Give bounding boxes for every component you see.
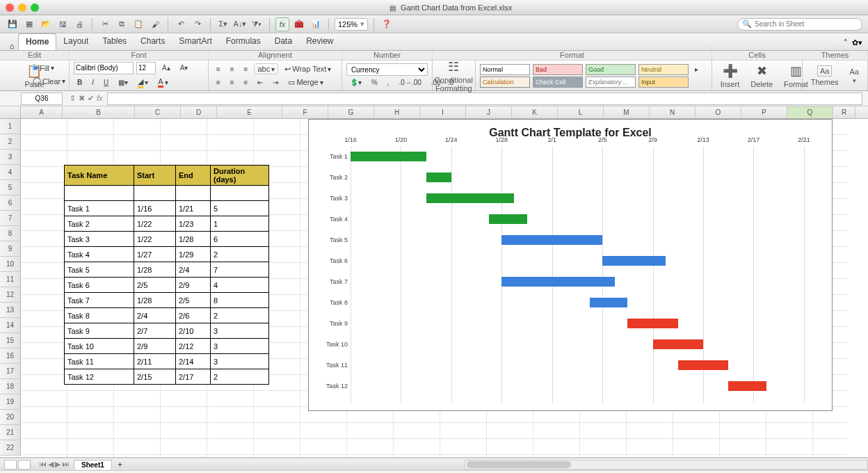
table-row[interactable]: Task 11/161/215 (65, 201, 269, 216)
row-header-19[interactable]: 19 (0, 394, 20, 410)
italic-button[interactable]: I (88, 77, 97, 88)
format-painter-icon[interactable]: 🖌 (148, 17, 162, 31)
column-header-L[interactable]: L (558, 106, 604, 118)
align-top-icon[interactable]: ≡ (213, 64, 224, 74)
column-header-P[interactable]: P (741, 106, 787, 118)
table-row[interactable]: Task 102/92/123 (65, 339, 269, 354)
column-header-R[interactable]: R (833, 106, 855, 118)
zoom-window-button[interactable] (31, 3, 39, 12)
gantt-bar[interactable] (426, 173, 451, 182)
table-cell[interactable]: 8 (211, 293, 269, 308)
table-cell[interactable]: 2/6 (176, 308, 211, 323)
row-header-11[interactable]: 11 (0, 272, 20, 287)
row-header-18[interactable]: 18 (0, 379, 20, 394)
gantt-bar[interactable] (678, 360, 728, 370)
table-cell[interactable]: 1/22 (134, 232, 176, 247)
table-cell[interactable]: 1/23 (176, 216, 211, 232)
orientation-icon[interactable]: abc▾ (254, 63, 278, 74)
table-cell[interactable]: 4 (211, 278, 269, 293)
style-calculation[interactable]: Calculation (480, 77, 530, 88)
row-header-3[interactable]: 3 (0, 150, 20, 165)
select-all-corner[interactable] (0, 106, 21, 118)
table-cell[interactable]: 2 (211, 369, 269, 385)
open-icon[interactable]: 📂 (39, 17, 53, 31)
style-neutral[interactable]: Neutral (638, 64, 689, 75)
task-table[interactable]: Task NameStartEndDuration (days) Task 11… (64, 165, 269, 385)
conditional-formatting-button[interactable]: ☷Conditional Formatting (437, 59, 471, 93)
table-cell[interactable]: 2/10 (176, 323, 211, 339)
table-cell[interactable]: Task 3 (65, 232, 134, 247)
row-header-16[interactable]: 16 (0, 348, 20, 364)
column-header-E[interactable]: E (217, 106, 282, 118)
next-sheet-icon[interactable]: ▶ (55, 460, 61, 469)
row-header-7[interactable]: 7 (0, 211, 20, 226)
ribbon-collapse-icon[interactable]: ˄ (844, 38, 848, 47)
accept-formula-icon[interactable]: ✔ (88, 94, 94, 103)
table-cell[interactable]: Task 5 (65, 262, 134, 278)
minimize-window-button[interactable] (18, 3, 26, 12)
row-header-13[interactable]: 13 (0, 303, 20, 318)
tab-review[interactable]: Review (299, 33, 340, 50)
row-header-21[interactable]: 21 (0, 425, 20, 440)
sheet-tab-sheet1[interactable]: Sheet1 (74, 460, 112, 470)
table-cell[interactable]: 2/7 (134, 323, 176, 339)
zoom-combo[interactable]: 125%▾ (335, 18, 368, 31)
table-cell[interactable]: Task 7 (65, 293, 134, 308)
grid[interactable]: Task NameStartEndDuration (days) Task 11… (21, 119, 847, 458)
delete-cells-button[interactable]: ✖Delete (746, 63, 777, 88)
style-normal[interactable]: Normal (480, 64, 530, 75)
table-row[interactable]: Task 41/271/292 (65, 247, 269, 262)
tab-formulas[interactable]: Formulas (219, 33, 268, 50)
font-size-combo[interactable] (136, 62, 156, 74)
tab-charts[interactable]: Charts (134, 33, 172, 50)
view-buttons[interactable] (4, 460, 31, 470)
align-middle-icon[interactable]: ≡ (227, 64, 238, 74)
table-cell[interactable]: 6 (211, 232, 269, 247)
align-bottom-icon[interactable]: ≡ (241, 64, 252, 74)
column-header-B[interactable]: B (63, 106, 135, 118)
table-cell[interactable]: 2/17 (176, 369, 211, 385)
table-cell[interactable]: 1/27 (134, 247, 176, 262)
undo-icon[interactable]: ↶ (174, 17, 188, 31)
column-headers[interactable]: ABCDEFGHIJKLMNOPQR (0, 106, 868, 119)
ribbon-settings-icon[interactable]: ✿▾ (852, 38, 862, 47)
styles-more-icon[interactable]: ▸ (691, 64, 702, 74)
column-header-D[interactable]: D (181, 106, 217, 118)
prev-sheet-icon[interactable]: ◀ (48, 460, 54, 469)
row-header-20[interactable]: 20 (0, 410, 20, 425)
column-header-O[interactable]: O (696, 106, 741, 118)
first-sheet-icon[interactable]: ⏮ (39, 460, 47, 469)
column-header-G[interactable]: G (328, 106, 374, 118)
table-cell[interactable]: 2/5 (134, 278, 176, 293)
row-header-22[interactable]: 22 (0, 440, 20, 456)
table-cell[interactable]: 2/15 (134, 369, 176, 385)
table-cell[interactable]: 1/28 (134, 262, 176, 278)
gantt-bar[interactable] (728, 381, 766, 391)
help-icon[interactable]: ❓ (380, 17, 394, 31)
underline-button[interactable]: U (100, 77, 112, 88)
decrease-indent-icon[interactable]: ⇤ (254, 77, 266, 88)
last-sheet-icon[interactable]: ⏭ (62, 460, 70, 469)
filter-icon[interactable]: ⧩▾ (250, 17, 264, 31)
gantt-bar[interactable] (602, 256, 666, 266)
table-cell[interactable]: 1/28 (134, 293, 176, 308)
save-as-icon[interactable]: 🖫 (56, 17, 70, 31)
table-cell[interactable]: 1 (211, 216, 269, 232)
style-input[interactable]: Input (638, 77, 689, 88)
paste-icon[interactable]: 📋 (131, 17, 145, 31)
row-header-1[interactable]: 1 (0, 119, 20, 134)
row-header-12[interactable]: 12 (0, 287, 20, 303)
number-format-combo[interactable]: Currency (346, 63, 428, 76)
worksheet-area[interactable]: ABCDEFGHIJKLMNOPQR 123456789101112131415… (0, 106, 868, 458)
toolbox-icon[interactable]: 🧰 (292, 17, 306, 31)
table-header[interactable]: Duration (days) (211, 166, 269, 186)
column-header-Q[interactable]: Q (787, 106, 833, 118)
column-header-I[interactable]: I (420, 106, 466, 118)
insert-cells-button[interactable]: ➕Insert (716, 63, 744, 88)
normal-view-icon[interactable] (4, 460, 17, 470)
column-header-K[interactable]: K (512, 106, 558, 118)
table-cell[interactable]: 5 (211, 201, 269, 216)
tab-layout[interactable]: Layout (56, 33, 95, 50)
home-icon[interactable]: ⌂ (6, 42, 18, 50)
row-header-2[interactable]: 2 (0, 134, 20, 150)
